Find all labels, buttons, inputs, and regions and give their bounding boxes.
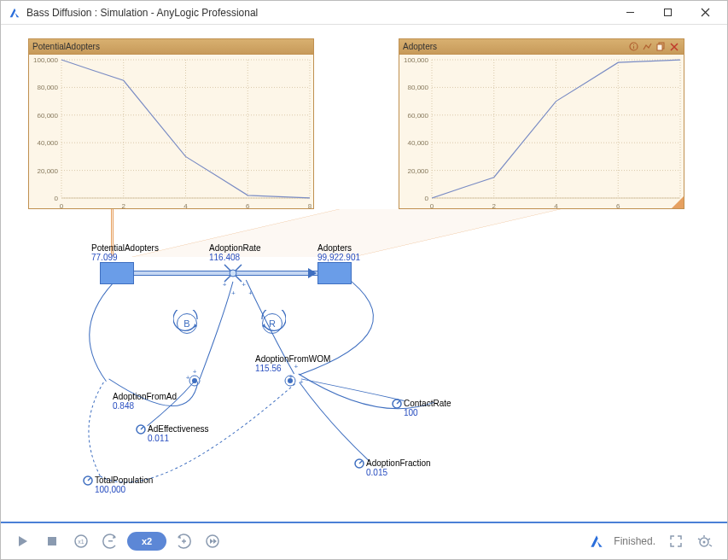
svg-text:20,000: 20,000 — [408, 167, 429, 175]
param-icon[interactable] — [83, 475, 93, 486]
simulation-status: Finished. — [614, 535, 655, 547]
svg-text:60,000: 60,000 — [408, 112, 429, 120]
playback-toolbar: x1 x2 Finished. — [1, 522, 727, 559]
simulation-canvas: PotentialAdopters020,00040,00060,00080,0… — [1, 25, 727, 522]
aux-fromwom-value: 115.56 — [255, 364, 282, 373]
chart-potentialadopters[interactable]: PotentialAdopters020,00040,00060,00080,0… — [28, 38, 314, 209]
stock-adopters-value: 99,922.901 — [317, 253, 360, 262]
aux-fromad-value: 0.848 — [113, 401, 134, 411]
flow-label: AdoptionRate — [209, 243, 261, 253]
aux-node-icon[interactable] — [189, 375, 201, 387]
flow-arrow-icon — [308, 268, 317, 278]
stock-potential-label: PotentialAdopters — [91, 243, 159, 253]
window-title: Bass Diffusion : Simulation - AnyLogic P… — [26, 7, 611, 19]
app-logo-icon — [8, 6, 21, 20]
param-icon[interactable] — [354, 458, 364, 469]
stock-adopters[interactable] — [317, 262, 352, 284]
flow-value: 116.408 — [209, 253, 240, 262]
svg-text:20,000: 20,000 — [38, 167, 59, 175]
fullscreen-button[interactable] — [664, 529, 688, 553]
svg-text:80,000: 80,000 — [408, 84, 429, 91]
svg-text:0: 0 — [425, 195, 429, 202]
maximize-button[interactable] — [649, 1, 686, 25]
svg-text:+: + — [300, 378, 304, 386]
copy-icon[interactable] — [655, 41, 667, 53]
svg-text:+: + — [231, 289, 236, 297]
slow-down-button[interactable] — [98, 529, 122, 553]
svg-text:6: 6 — [246, 202, 250, 210]
valve-icon — [224, 264, 242, 283]
svg-text:4: 4 — [183, 202, 188, 210]
chart-title: Adopters — [403, 42, 437, 51]
svg-text:40,000: 40,000 — [38, 139, 59, 147]
line-edit-icon[interactable] — [641, 41, 653, 53]
speed-reset-button[interactable]: x1 — [69, 529, 93, 553]
speed-indicator[interactable]: x2 — [127, 532, 166, 551]
svg-text:0: 0 — [55, 195, 59, 202]
svg-rect-26 — [633, 44, 634, 45]
svg-text:100,000: 100,000 — [404, 56, 428, 64]
close-icon[interactable] — [668, 41, 680, 53]
param-adeff-value: 0.011 — [148, 434, 169, 443]
aux-fromwom-label: AdoptionFromWOM — [255, 354, 330, 364]
svg-text:40,000: 40,000 — [408, 139, 429, 147]
svg-text:60,000: 60,000 — [38, 112, 59, 120]
anylogic-logo-icon — [588, 533, 605, 550]
svg-point-61 — [230, 270, 236, 277]
resize-handle[interactable] — [672, 196, 684, 208]
svg-text:8: 8 — [308, 202, 312, 210]
close-button[interactable] — [686, 1, 724, 25]
settings-button[interactable] — [693, 529, 717, 553]
svg-text:2: 2 — [122, 202, 126, 210]
chart-adopters[interactable]: Adopters020,00040,00060,00080,000100,000… — [399, 38, 684, 209]
svg-point-63 — [192, 378, 197, 383]
param-fraction-label: AdoptionFraction — [366, 458, 431, 468]
stock-flow-diagram: ++ ++ ++ +++ PotentialAdopters77.099 Ado… — [15, 235, 713, 511]
svg-rect-25 — [633, 46, 634, 49]
param-contact-label: ContactRate — [404, 399, 451, 408]
stock-adopters-label: Adopters — [317, 243, 352, 253]
svg-text:100,000: 100,000 — [33, 56, 58, 64]
loop-b-arrow-icon — [173, 310, 201, 337]
param-icon[interactable] — [136, 424, 146, 435]
svg-rect-28 — [657, 44, 662, 50]
stock-potential-value: 77.099 — [91, 253, 118, 262]
param-total-value: 100,000 — [95, 485, 125, 494]
svg-point-76 — [703, 541, 706, 544]
param-adeff-label: AdEffectiveness — [148, 424, 209, 434]
svg-text:80,000: 80,000 — [38, 84, 59, 91]
svg-text:x1: x1 — [78, 539, 84, 545]
aux-node-icon[interactable] — [284, 375, 296, 387]
speed-up-button[interactable] — [172, 529, 195, 553]
aux-fromad-label: AdoptionFromAd — [113, 392, 177, 401]
param-contact-value: 100 — [404, 408, 418, 417]
stop-button[interactable] — [40, 529, 64, 553]
svg-text:6: 6 — [616, 202, 620, 210]
loop-r-arrow-icon — [259, 310, 286, 337]
param-icon[interactable] — [392, 399, 402, 409]
svg-point-65 — [288, 378, 293, 383]
svg-rect-70 — [48, 537, 56, 545]
svg-text:0: 0 — [60, 202, 64, 210]
titlebar: Bass Diffusion : Simulation - AnyLogic P… — [1, 1, 727, 25]
minimize-button[interactable] — [611, 1, 649, 25]
stock-potential[interactable] — [100, 262, 134, 284]
svg-rect-73 — [108, 540, 113, 542]
chart-title: PotentialAdopters — [32, 42, 100, 51]
fast-forward-button[interactable] — [201, 529, 224, 553]
param-fraction-value: 0.015 — [366, 468, 387, 477]
svg-text:+: + — [248, 289, 253, 297]
info-icon[interactable] — [627, 41, 639, 53]
play-button[interactable] — [11, 529, 35, 553]
svg-rect-0 — [664, 9, 671, 16]
param-total-label: TotalPopulation — [95, 475, 153, 485]
